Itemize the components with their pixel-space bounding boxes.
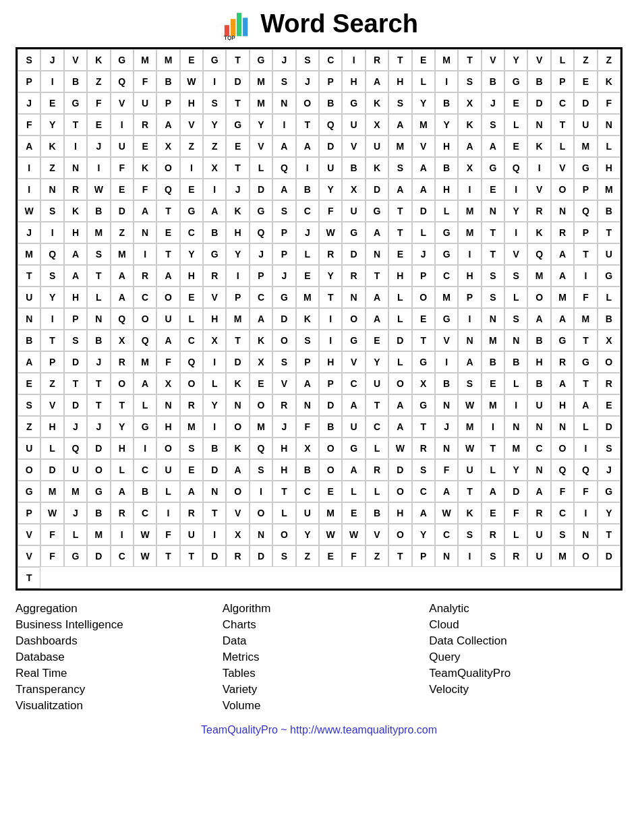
grid-cell: D bbox=[388, 330, 411, 351]
grid-cell: M bbox=[296, 287, 319, 308]
grid-cell: C bbox=[296, 200, 319, 222]
svg-text:TQP: TQP bbox=[224, 35, 235, 40]
grid-cell: H bbox=[435, 136, 458, 157]
grid-cell: I bbox=[504, 179, 527, 200]
grid-cell: B bbox=[482, 71, 504, 92]
grid-cell: E bbox=[319, 545, 342, 567]
grid-cell: E bbox=[180, 179, 203, 200]
grid-cell: R bbox=[366, 49, 388, 71]
grid-cell: M bbox=[18, 243, 40, 265]
grid-cell: A bbox=[366, 308, 388, 330]
grid-cell: G bbox=[598, 265, 620, 287]
grid-cell: P bbox=[250, 265, 272, 287]
grid-cell: Q bbox=[156, 179, 179, 200]
grid-cell: B bbox=[87, 330, 110, 351]
grid-cell: A bbox=[156, 330, 179, 351]
word-item: Data bbox=[223, 633, 416, 649]
grid-cell: T bbox=[296, 114, 319, 136]
grid-cell: N bbox=[598, 114, 620, 136]
grid-cell: C bbox=[435, 265, 458, 287]
grid-cell: O bbox=[156, 157, 179, 179]
grid-cell: A bbox=[388, 179, 411, 200]
grid-cell: T bbox=[319, 287, 342, 308]
grid-cell: U bbox=[342, 416, 365, 438]
grid-cell: B bbox=[296, 459, 319, 481]
grid-cell: N bbox=[435, 545, 458, 567]
grid-cell: E bbox=[482, 373, 504, 394]
grid-cell: M bbox=[435, 49, 458, 71]
grid-cell: N bbox=[156, 394, 179, 416]
grid-cell: E bbox=[342, 502, 365, 524]
grid-cell: I bbox=[458, 308, 481, 330]
grid-cell: O bbox=[18, 459, 40, 481]
grid-cell: Z bbox=[111, 222, 134, 243]
grid-cell: T bbox=[64, 373, 87, 394]
grid-cell: X bbox=[250, 351, 272, 373]
grid-cell: S bbox=[458, 524, 481, 545]
grid-cell: T bbox=[412, 330, 435, 351]
grid-cell: O bbox=[272, 524, 295, 545]
grid-cell: O bbox=[250, 502, 272, 524]
grid-cell: A bbox=[156, 265, 179, 287]
grid-cell: P bbox=[412, 545, 435, 567]
grid-cell: D bbox=[574, 92, 597, 114]
grid-cell: L bbox=[134, 394, 156, 416]
grid-cell: A bbox=[111, 265, 134, 287]
grid-cell: T bbox=[366, 394, 388, 416]
grid-cell: E bbox=[87, 114, 110, 136]
grid-cell: M bbox=[226, 308, 249, 330]
grid-cell: F bbox=[111, 157, 134, 179]
grid-cell: N bbox=[574, 524, 597, 545]
grid-cell: M bbox=[87, 524, 110, 545]
grid-cell: Q bbox=[574, 200, 597, 222]
page-header: TQP Word Search bbox=[220, 7, 418, 40]
grid-cell: G bbox=[574, 157, 597, 179]
grid-cell: V bbox=[551, 157, 574, 179]
word-item: Tables bbox=[223, 665, 416, 682]
grid-cell: Q bbox=[319, 114, 342, 136]
grid-cell: D bbox=[412, 200, 435, 222]
grid-cell: I bbox=[435, 71, 458, 92]
grid-cell: D bbox=[319, 136, 342, 157]
grid-cell: A bbox=[134, 373, 156, 394]
grid-cell: A bbox=[551, 373, 574, 394]
grid-cell: I bbox=[226, 265, 249, 287]
grid-cell: R bbox=[111, 502, 134, 524]
word-item: Transperancy bbox=[16, 682, 209, 698]
grid-cell: H bbox=[388, 265, 411, 287]
grid-cell: V bbox=[203, 287, 226, 308]
grid-cell: H bbox=[64, 287, 87, 308]
grid-cell: L bbox=[111, 459, 134, 481]
grid-cell: Q bbox=[551, 459, 574, 481]
grid-cell: V bbox=[342, 136, 365, 157]
grid-cell: M bbox=[551, 287, 574, 308]
grid-cell: A bbox=[551, 265, 574, 287]
grid-cell: O bbox=[319, 438, 342, 459]
grid-cell: E bbox=[598, 394, 620, 416]
grid-cell: N bbox=[87, 308, 110, 330]
grid-cell: I bbox=[574, 265, 597, 287]
grid-cell: S bbox=[598, 438, 620, 459]
grid-cell: X bbox=[203, 157, 226, 179]
grid-cell: G bbox=[342, 438, 365, 459]
grid-cell: I bbox=[482, 416, 504, 438]
grid-cell: E bbox=[319, 481, 342, 502]
grid-cell: H bbox=[272, 459, 295, 481]
grid-cell: O bbox=[250, 394, 272, 416]
grid-cell: F bbox=[156, 524, 179, 545]
grid-cell: G bbox=[435, 243, 458, 265]
grid-cell: B bbox=[598, 308, 620, 330]
grid-cell: A bbox=[412, 179, 435, 200]
grid-cell: R bbox=[272, 394, 295, 416]
grid-cell: R bbox=[504, 545, 527, 567]
grid-cell: K bbox=[64, 200, 87, 222]
grid-cell: T bbox=[388, 545, 411, 567]
grid-cell: J bbox=[18, 92, 40, 114]
word-item: Variety bbox=[223, 682, 416, 698]
grid-cell: M bbox=[458, 200, 481, 222]
grid-cell: D bbox=[598, 545, 620, 567]
grid-cell: X bbox=[156, 373, 179, 394]
grid-cell: G bbox=[180, 200, 203, 222]
grid-cell: U bbox=[18, 438, 40, 459]
grid-cell: J bbox=[87, 416, 110, 438]
